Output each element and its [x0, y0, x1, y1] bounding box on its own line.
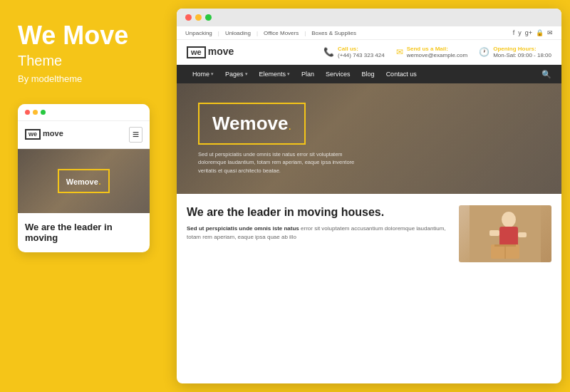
- topbar-office[interactable]: Office Movers: [264, 30, 299, 36]
- mobile-browser-chrome: [18, 104, 150, 121]
- hero-description: Sed ut perspiciatis unde omnis iste natu…: [198, 150, 362, 175]
- nav-home[interactable]: Home ▾: [187, 65, 219, 83]
- browser-dot-red: [185, 14, 192, 21]
- mobile-hero: Wemove.: [18, 149, 150, 213]
- site-hero: Wemove. Sed ut perspiciatis unde omnis i…: [177, 83, 561, 194]
- mobile-dot-red: [25, 110, 30, 115]
- logo-move: move: [208, 46, 234, 57]
- nav-services[interactable]: Services: [320, 65, 356, 83]
- content-intro-bold: Sed ut perspiciatis unde omnis iste natu…: [187, 225, 299, 232]
- mobile-hamburger-icon[interactable]: ≡: [129, 127, 142, 143]
- phone-info: Call us: (+44) 743 323 424: [338, 46, 385, 58]
- elements-arrow-icon: ▾: [287, 71, 290, 77]
- svg-point-1: [502, 212, 516, 227]
- mobile-header: we move ≡: [18, 121, 150, 149]
- nav-elements[interactable]: Elements ▾: [254, 65, 296, 83]
- topbar-boxes[interactable]: Boxes & Supplies: [311, 30, 356, 36]
- content-text: Sed ut perspiciatis unde omnis iste natu…: [187, 225, 447, 242]
- search-icon[interactable]: 🔍: [542, 70, 551, 79]
- nav-plan[interactable]: Plan: [296, 65, 320, 83]
- mobile-logo: we move: [25, 129, 63, 140]
- main-title: We Move: [18, 21, 150, 50]
- content-image: [459, 205, 551, 262]
- pages-arrow-icon: ▾: [245, 71, 248, 77]
- mobile-dot-green: [41, 110, 46, 115]
- topbar-sep3: |: [304, 30, 306, 36]
- logo-we: we: [187, 46, 206, 58]
- lock-icon[interactable]: 🔒: [536, 29, 544, 36]
- mobile-body: We are the leader in moving: [18, 213, 150, 252]
- mail-icon[interactable]: ✉: [547, 29, 553, 36]
- topbar-unpacking[interactable]: Unpacking: [185, 30, 212, 36]
- twitter-icon[interactable]: y: [518, 29, 522, 36]
- mobile-hero-title: Wemove: [66, 177, 98, 186]
- nav-blog[interactable]: Blog: [356, 65, 380, 83]
- svg-rect-3: [489, 230, 499, 236]
- hero-title: Wemove: [212, 113, 288, 134]
- topbar-unloading[interactable]: Unloading: [225, 30, 251, 36]
- content-right: [459, 205, 551, 262]
- call-number: (+44) 743 323 424: [338, 52, 385, 58]
- svg-rect-4: [518, 232, 527, 237]
- hours-value: Mon-Sat: 09:00 - 18:00: [493, 52, 551, 58]
- nav-pages[interactable]: Pages ▾: [219, 65, 254, 83]
- mobile-preview-card: we move ≡ Wemove. We are the leader in m…: [18, 104, 150, 252]
- content-image-svg: [470, 205, 541, 262]
- call-label: Call us:: [338, 46, 385, 52]
- svg-rect-2: [499, 227, 518, 247]
- mail-address: wemove@example.com: [407, 52, 467, 58]
- googleplus-icon[interactable]: g+: [525, 29, 532, 36]
- phone-icon: 📞: [323, 47, 334, 57]
- site-header: we move 📞 Call us: (+44) 743 323 424 ✉ S…: [177, 40, 561, 65]
- home-arrow-icon: ▾: [211, 71, 214, 77]
- hero-content: Wemove. Sed ut perspiciatis unde omnis i…: [198, 103, 362, 175]
- left-panel: We Move Theme By modeltheme we move ≡ We…: [0, 0, 167, 392]
- browser-chrome: [177, 9, 561, 26]
- content-heading: We are the leader in moving houses.: [187, 205, 447, 219]
- email-info: Send us a Mail: wemove@example.com: [407, 46, 467, 58]
- mobile-hero-box: Wemove.: [58, 169, 110, 193]
- topbar-sep2: |: [256, 30, 258, 36]
- header-hours: 🕐 Opening Hours: Mon-Sat: 09:00 - 18:00: [479, 46, 551, 58]
- hours-label: Opening Hours:: [493, 46, 551, 52]
- header-email: ✉ Send us a Mail: wemove@example.com: [396, 46, 467, 58]
- nav-contact[interactable]: Contact us: [380, 65, 423, 83]
- hero-dot: .: [288, 120, 291, 132]
- content-left: We are the leader in moving houses. Sed …: [187, 205, 447, 262]
- mobile-hero-dot: .: [98, 175, 101, 187]
- clock-icon: 🕐: [479, 47, 489, 57]
- site-logo: we move: [187, 46, 234, 58]
- mobile-body-heading: We are the leader in moving: [25, 222, 142, 244]
- main-byline: By modeltheme: [18, 73, 150, 84]
- topbar-social: f y g+ 🔒 ✉: [513, 29, 553, 36]
- nav-items: Home ▾ Pages ▾ Elements ▾ Plan Services …: [187, 65, 423, 83]
- site-content: We are the leader in moving houses. Sed …: [177, 194, 561, 274]
- topbar-sep1: |: [218, 30, 219, 36]
- site-topbar: Unpacking | Unloading | Office Movers | …: [177, 26, 561, 40]
- main-subtitle: Theme: [18, 53, 150, 69]
- browser-dot-green: [205, 14, 212, 21]
- mobile-logo-we: we: [25, 129, 41, 140]
- hero-title-box: Wemove.: [198, 103, 306, 145]
- mail-label: Send us a Mail:: [407, 46, 467, 52]
- site-nav: Home ▾ Pages ▾ Elements ▾ Plan Services …: [177, 65, 561, 83]
- mobile-logo-move: move: [43, 129, 63, 138]
- website-preview: Unpacking | Unloading | Office Movers | …: [177, 9, 561, 383]
- hours-info: Opening Hours: Mon-Sat: 09:00 - 18:00: [493, 46, 551, 58]
- mobile-dot-yellow: [33, 110, 38, 115]
- browser-dot-yellow: [195, 14, 202, 21]
- topbar-links: Unpacking | Unloading | Office Movers | …: [185, 30, 356, 36]
- email-icon: ✉: [396, 47, 403, 57]
- facebook-icon[interactable]: f: [513, 29, 515, 36]
- header-info: 📞 Call us: (+44) 743 323 424 ✉ Send us a…: [323, 46, 551, 58]
- header-phone: 📞 Call us: (+44) 743 323 424: [323, 46, 385, 58]
